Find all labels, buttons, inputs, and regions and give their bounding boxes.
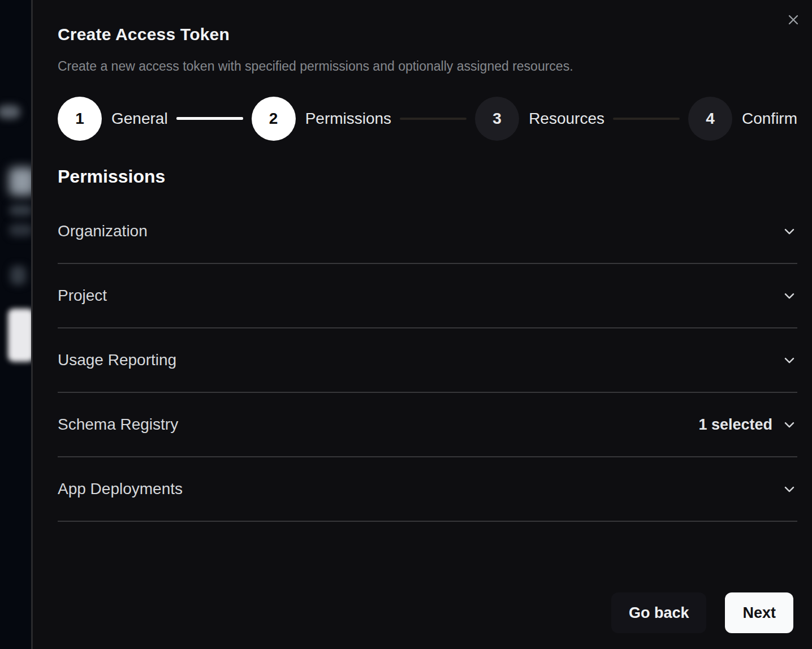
background-page	[0, 0, 31, 649]
chevron-down-icon	[781, 481, 797, 497]
permissions-heading: Permissions	[58, 166, 797, 187]
group-label: Schema Registry	[58, 416, 178, 434]
step-number-badge: 4	[688, 97, 732, 141]
blurred-background-element	[9, 205, 31, 216]
accordion-project[interactable]: Project	[58, 264, 797, 328]
modal-title: Create Access Token	[58, 25, 797, 44]
step-label: Confirm	[742, 110, 797, 128]
step-connector	[613, 118, 680, 120]
blurred-background-element	[9, 167, 31, 196]
create-access-token-modal: Create Access Token Create a new access …	[31, 0, 812, 649]
step-label: General	[111, 110, 168, 128]
selection-count: 1 selected	[698, 416, 772, 434]
stepper: 1 General 2 Permissions 3 Resources 4 Co…	[58, 97, 797, 141]
blurred-background-element	[10, 266, 26, 285]
step-general[interactable]: 1 General	[58, 97, 168, 141]
blurred-background-element	[8, 309, 31, 362]
next-button[interactable]: Next	[725, 592, 793, 633]
group-label: Usage Reporting	[58, 351, 176, 369]
accordion-usage-reporting[interactable]: Usage Reporting	[58, 328, 797, 393]
close-button[interactable]	[784, 10, 803, 29]
blurred-background-element	[0, 105, 20, 119]
go-back-button[interactable]: Go back	[611, 592, 707, 633]
accordion-schema-registry[interactable]: Schema Registry 1 selected	[58, 393, 797, 457]
chevron-down-icon	[781, 223, 797, 239]
chevron-down-icon	[781, 417, 797, 432]
step-connector	[176, 117, 243, 120]
group-label: Project	[58, 287, 107, 305]
step-number-badge: 1	[58, 97, 102, 141]
modal-subtitle: Create a new access token with specified…	[58, 59, 797, 75]
blurred-background-element	[9, 224, 31, 236]
step-confirm[interactable]: 4 Confirm	[688, 97, 797, 141]
step-number-badge: 2	[252, 97, 296, 141]
close-icon	[785, 12, 801, 28]
step-permissions[interactable]: 2 Permissions	[252, 97, 391, 141]
group-label: Organization	[58, 222, 148, 240]
chevron-down-icon	[781, 352, 797, 368]
step-label: Resources	[529, 110, 604, 128]
step-number-badge: 3	[475, 97, 519, 141]
step-connector	[400, 118, 467, 120]
chevron-down-icon	[781, 288, 797, 304]
accordion-organization[interactable]: Organization	[58, 200, 797, 264]
permission-groups: Organization Project Usage Reporting	[58, 200, 797, 522]
group-label: App Deployments	[58, 480, 183, 498]
step-resources[interactable]: 3 Resources	[475, 97, 604, 141]
modal-footer: Go back Next	[58, 592, 797, 633]
accordion-app-deployments[interactable]: App Deployments	[58, 457, 797, 522]
step-label: Permissions	[305, 110, 391, 128]
